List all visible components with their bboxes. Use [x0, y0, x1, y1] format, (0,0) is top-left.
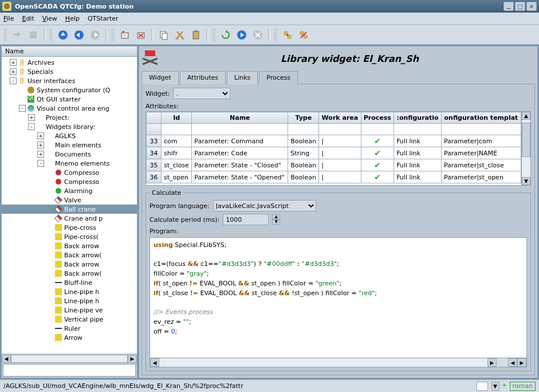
table-header[interactable]: Process: [361, 112, 394, 124]
cell-config[interactable]: Full link: [394, 171, 442, 183]
cell-name[interactable]: Parameter: State - "Opened": [192, 171, 288, 183]
cell-type[interactable]: String: [288, 147, 319, 159]
menu-help[interactable]: Help: [65, 15, 80, 22]
menu-edit[interactable]: Edit: [22, 15, 34, 22]
cell-name[interactable]: Parameter: State - "Closed": [192, 159, 288, 171]
cell-id[interactable]: shifr: [162, 147, 192, 159]
scroll-thumb[interactable]: [522, 123, 530, 157]
tree-hscrollbar[interactable]: ◀ ▶: [2, 354, 137, 363]
status-user[interactable]: roman: [510, 382, 536, 391]
cell-template[interactable]: Parameter|st_open: [441, 171, 521, 183]
table-row[interactable]: 34shifrParameter: CodeString|✔Full linkP…: [147, 147, 521, 159]
toolbar-handle[interactable]: [49, 29, 53, 41]
tree-toggle-icon[interactable]: -: [10, 77, 17, 84]
cell-template[interactable]: Parameter|com: [441, 135, 521, 147]
tree-item[interactable]: Back arrow(: [2, 269, 137, 278]
tree-item[interactable]: Crane and p: [2, 214, 137, 223]
tree-toggle-icon[interactable]: -: [19, 105, 26, 112]
forward-icon[interactable]: [88, 28, 102, 42]
table-header[interactable]: [147, 112, 162, 124]
close-button[interactable]: ✕: [526, 2, 537, 11]
cell-workarea[interactable]: |: [319, 135, 361, 147]
run-icon[interactable]: [235, 28, 249, 42]
program-language-select[interactable]: JavaLikeCalc.JavaScript: [213, 200, 316, 211]
tree-item[interactable]: Arrow: [2, 333, 137, 342]
tab-widget[interactable]: Widget: [141, 71, 179, 84]
tree-item[interactable]: Compresso: [2, 177, 137, 186]
cell-name[interactable]: Parameter: Code: [192, 147, 288, 159]
tree-item[interactable]: Back arrow(: [2, 250, 137, 260]
tree-item[interactable]: Bluff-line: [2, 278, 137, 287]
scroll-left-icon[interactable]: ◀: [2, 355, 11, 363]
disconnect-icon[interactable]: [297, 28, 310, 42]
scroll-right-icon[interactable]: ▶: [517, 358, 526, 367]
tree-item[interactable]: Pipe-cross(: [2, 232, 137, 241]
tree-toggle-icon[interactable]: -: [37, 160, 44, 167]
cell-process[interactable]: ✔: [361, 171, 394, 183]
scroll-right-icon[interactable]: ▶: [487, 358, 497, 367]
tree-item[interactable]: +🗄Specials: [2, 67, 137, 76]
toolbar-handle[interactable]: [3, 29, 7, 41]
cell-type[interactable]: Boolean: [288, 171, 319, 183]
table-row[interactable]: 35st_closeParameter: State - "Closed"Boo…: [147, 159, 521, 171]
tab-links[interactable]: Links: [227, 71, 258, 84]
tree-item[interactable]: Compresso: [2, 168, 137, 177]
tree-item[interactable]: -Mnemo elements: [2, 159, 137, 168]
cell-config[interactable]: Full link: [394, 159, 442, 171]
tree-item[interactable]: Line-pipe ve: [2, 305, 137, 315]
table-header[interactable]: :onfiguratio: [394, 112, 442, 124]
tree-item[interactable]: Ruler: [2, 324, 137, 333]
paste-icon[interactable]: [189, 28, 203, 42]
table-header[interactable]: Work area: [319, 112, 361, 124]
program-editor[interactable]: using Special.FLibSYS; c1=(focus && c1==…: [150, 238, 526, 358]
cell-id[interactable]: st_close: [162, 159, 192, 171]
tree-toggle-icon[interactable]: +: [28, 114, 35, 121]
refresh-icon[interactable]: [219, 28, 233, 42]
cell-name[interactable]: Parameter: Command: [192, 135, 288, 147]
cell-workarea[interactable]: |: [319, 171, 361, 183]
tree-item[interactable]: Valve: [2, 195, 137, 205]
tree-toggle-icon[interactable]: +: [37, 132, 44, 139]
table-header[interactable]: onfiguration templat: [441, 112, 521, 124]
table-header[interactable]: Id: [162, 112, 192, 124]
cell-workarea[interactable]: |: [319, 147, 361, 159]
cell-id[interactable]: com: [162, 135, 192, 147]
menu-qtstarter[interactable]: QTStarter: [88, 15, 119, 22]
tree-toggle-icon[interactable]: +: [37, 151, 44, 158]
tree-item[interactable]: System configurator (Q: [2, 85, 137, 95]
tree-item[interactable]: -Widgets library:: [2, 122, 137, 131]
tree-filter-input[interactable]: [3, 364, 136, 377]
toolbar-handle[interactable]: [212, 29, 215, 41]
cell-id[interactable]: st_open: [162, 171, 192, 183]
scroll-left-icon[interactable]: ◀: [508, 358, 517, 367]
tree-item[interactable]: -🗄User interfaces: [2, 76, 137, 85]
tree-item[interactable]: -Visual control area eng: [2, 104, 137, 113]
status-input[interactable]: [477, 382, 488, 391]
tree-item[interactable]: Back arrow: [2, 260, 137, 269]
cell-template[interactable]: Parameter|st_close: [441, 159, 521, 171]
cell-template[interactable]: Parameter|NAME: [441, 147, 521, 159]
tab-process[interactable]: Process: [259, 71, 298, 84]
tree-item[interactable]: Alarming: [2, 186, 137, 195]
cut-icon[interactable]: [173, 28, 187, 42]
back-icon[interactable]: [72, 28, 86, 42]
tree-header[interactable]: Name: [2, 46, 137, 57]
status-dropdown-icon[interactable]: ▼: [491, 382, 499, 391]
menu-file[interactable]: File: [3, 15, 14, 22]
cell-workarea[interactable]: |: [319, 159, 361, 171]
scroll-up-icon[interactable]: ▲: [522, 112, 530, 120]
cell-config[interactable]: Full link: [394, 135, 442, 147]
maximize-button[interactable]: □: [515, 2, 525, 11]
tree-item[interactable]: Line-pipe h: [2, 287, 137, 296]
tree-item[interactable]: Vertical pipe: [2, 315, 137, 324]
cell-process[interactable]: ✔: [361, 147, 394, 159]
calculate-period-input[interactable]: [223, 214, 269, 225]
toolbar-handle[interactable]: [274, 29, 277, 41]
stop-icon[interactable]: [251, 28, 265, 42]
save-icon[interactable]: [26, 28, 40, 42]
spin-down-icon[interactable]: ▼: [272, 219, 280, 225]
minimize-button[interactable]: ＿: [503, 2, 514, 11]
delete-icon[interactable]: [134, 28, 148, 42]
attributes-table[interactable]: IdNameTypeWork areaProcess:onfiguratioon…: [146, 112, 521, 183]
cell-process[interactable]: ✔: [361, 135, 394, 147]
